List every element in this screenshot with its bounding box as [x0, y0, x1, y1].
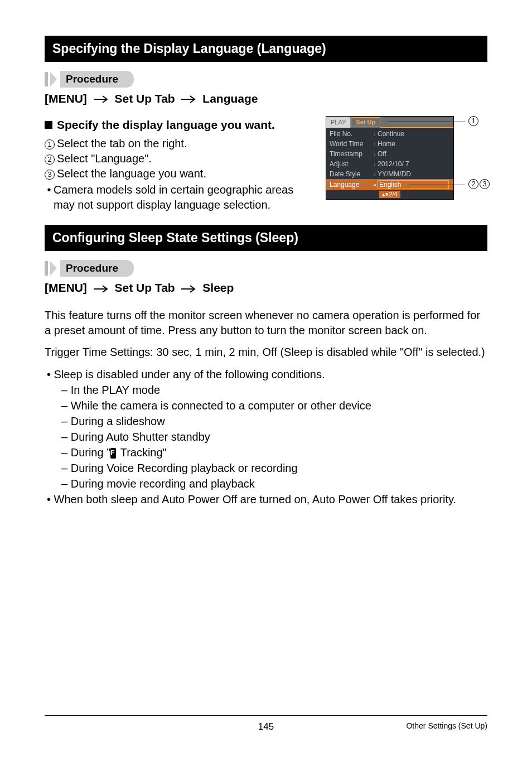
- tab-underline: [380, 127, 453, 128]
- menu-path-language: [MENU] Set Up Tab Language: [45, 92, 487, 106]
- menu-label: File No.: [330, 130, 372, 138]
- list-text: During Auto Shutter standby: [71, 431, 210, 443]
- left-column: Specify the display language you want. 1…: [45, 118, 313, 213]
- menu-row-file-no: File No.›Continue: [326, 129, 453, 139]
- list-item: – During a slideshow: [45, 413, 487, 429]
- nav-step: Set Up Tab: [115, 92, 175, 105]
- callout-2: 2: [468, 179, 478, 189]
- callout-number-icon: 1: [468, 116, 478, 126]
- note-text: may not support display language selecti…: [54, 199, 270, 211]
- procedure-label: Procedure: [60, 260, 134, 277]
- menu-row-world-time: World Time›Home: [326, 139, 453, 149]
- callout-number-icon: 2: [468, 179, 478, 189]
- menu-value: 2012/10/ 7: [378, 160, 450, 168]
- camera-tabs: PLAY Set Up: [326, 117, 453, 128]
- body-paragraph: This feature turns off the monitor scree…: [45, 308, 487, 338]
- page-footer: 145 Other Settings (Set Up): [45, 715, 487, 732]
- footer-section-title: Other Settings (Set Up): [406, 721, 487, 730]
- menu-label: World Time: [330, 140, 372, 148]
- list-item: – During "•AF Tracking": [45, 445, 487, 460]
- camera-footer: ▴▾2/4: [326, 190, 453, 199]
- body-paragraph: Trigger Time Settings: 30 sec, 1 min, 2 …: [45, 345, 487, 360]
- menu-value: Home: [378, 140, 450, 148]
- nav-step: Set Up Tab: [115, 281, 175, 294]
- camera-screenshot: PLAY Set Up File No.›Continue World Time…: [326, 116, 487, 200]
- menu-label: Language: [330, 181, 372, 189]
- list-text: During movie recording and playback: [71, 478, 255, 490]
- list-item: – During movie recording and playback: [45, 476, 487, 491]
- menu-value: YY/MM/DD: [378, 170, 450, 178]
- list-item: – During Auto Shutter standby: [45, 429, 487, 445]
- menu-row-adjust: Adjust›2012/10/ 7: [326, 159, 453, 169]
- procedure-accent: [45, 261, 48, 276]
- callout-3: 3: [480, 179, 490, 189]
- page-indicator: ▴▾2/4: [379, 191, 400, 198]
- step-text: Select the language you want.: [57, 166, 206, 181]
- tab-play: PLAY: [326, 117, 351, 128]
- two-column-block: Specify the display language you want. 1…: [45, 118, 487, 213]
- camera-menu-body: File No.›Continue World Time›Home Timest…: [326, 128, 453, 199]
- tab-setup: Set Up: [351, 117, 380, 127]
- chevron-right-icon: [50, 261, 57, 276]
- list-text: Sleep is disabled under any of the follo…: [54, 368, 325, 380]
- chevron-right-icon: ›: [372, 151, 378, 157]
- list-item: – While the camera is connected to a com…: [45, 398, 487, 413]
- chevron-right-icon: ›: [372, 171, 378, 177]
- callout-line: [409, 185, 465, 185]
- procedure-accent: [45, 72, 48, 86]
- page: Specifying the Display Language (Languag…: [0, 0, 532, 757]
- list-text: During a slideshow: [71, 415, 165, 427]
- list-item: • When both sleep and Auto Power Off are…: [46, 491, 487, 507]
- menu-path-sleep: [MENU] Set Up Tab Sleep: [45, 281, 487, 295]
- arrow-right-icon: [94, 282, 108, 296]
- list-text: Tracking": [117, 446, 166, 459]
- menu-row-date-style: Date Style›YY/MM/DD: [326, 169, 453, 179]
- step-number-3-icon: 3: [45, 170, 55, 180]
- subheading: Specify the display language you want.: [45, 118, 313, 132]
- list-item: – During Voice Recording playback or rec…: [45, 460, 487, 476]
- arrow-right-icon: [181, 282, 196, 296]
- nav-step: [MENU]: [45, 92, 87, 105]
- conditions-list: • Sleep is disabled under any of the fol…: [45, 367, 487, 507]
- numbered-steps: 1Select the tab on the right. 2Select "L…: [45, 136, 313, 181]
- menu-label: Adjust: [330, 160, 372, 168]
- list-text: In the PLAY mode: [71, 384, 160, 396]
- chevron-right-icon: ›: [372, 131, 378, 137]
- step-number-1-icon: 1: [45, 139, 55, 150]
- bullet-icon: •: [45, 182, 54, 213]
- section-heading-sleep: Configuring Sleep State Settings (Sleep): [45, 225, 487, 251]
- chevron-right-icon: »: [372, 182, 378, 188]
- list-text: While the camera is connected to a compu…: [71, 399, 371, 412]
- subheading-text: Specify the display language you want.: [57, 118, 275, 132]
- nav-step: [MENU]: [45, 281, 87, 294]
- menu-row-timestamp: Timestamp›Off: [326, 149, 453, 159]
- square-bullet-icon: [45, 121, 52, 129]
- nav-step: Language: [202, 92, 258, 105]
- menu-label: Date Style: [330, 170, 372, 178]
- callout-line: [387, 122, 465, 122]
- af-tracking-icon: •AF: [110, 448, 116, 459]
- list-item: – In the PLAY mode: [45, 382, 487, 398]
- camera-menu: PLAY Set Up File No.›Continue World Time…: [326, 116, 454, 200]
- nav-step: Sleep: [202, 281, 234, 294]
- arrow-right-icon: [94, 93, 108, 106]
- callout-number-icon: 3: [480, 179, 490, 189]
- procedure-label: Procedure: [60, 71, 134, 88]
- menu-label: Timestamp: [330, 150, 372, 158]
- arrow-right-icon: [181, 93, 196, 106]
- chevron-right-icon: ›: [372, 161, 378, 167]
- list-text: During Voice Recording playback or recor…: [71, 462, 298, 474]
- list-item: • Sleep is disabled under any of the fol…: [46, 367, 487, 382]
- step-number-2-icon: 2: [45, 155, 55, 165]
- procedure-row: Procedure: [45, 260, 487, 277]
- procedure-row: Procedure: [45, 71, 487, 88]
- note-list: • Camera models sold in certain geograph…: [45, 182, 313, 213]
- callout-1: 1: [468, 116, 478, 126]
- step-text: Select "Language".: [57, 151, 152, 166]
- chevron-right-icon: [50, 72, 57, 86]
- chevron-right-icon: ›: [372, 141, 378, 147]
- list-text: When both sleep and Auto Power Off are t…: [54, 493, 457, 505]
- menu-value: Continue: [378, 130, 450, 138]
- note-text: Camera models sold in certain geographic…: [54, 184, 293, 196]
- menu-value: Off: [378, 150, 450, 158]
